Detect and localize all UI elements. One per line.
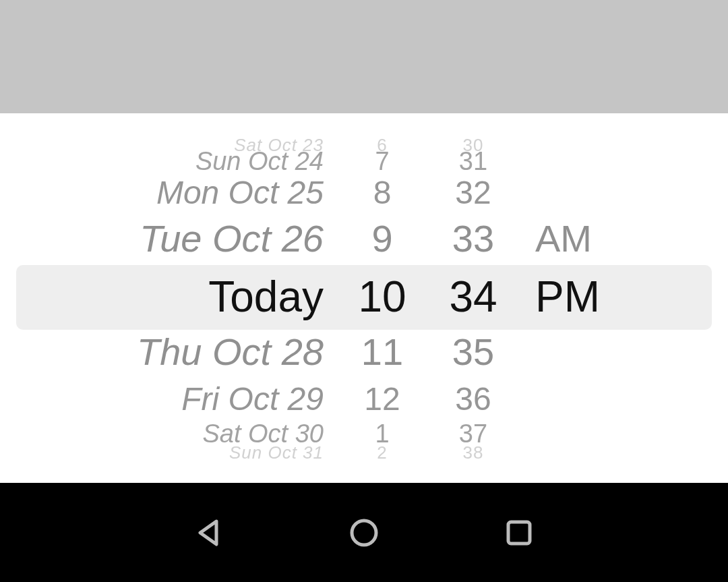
hour-option-selected[interactable]: 10 (338, 275, 426, 318)
home-circle-icon (348, 517, 380, 548)
minute-option[interactable]: 32 (426, 177, 520, 209)
svg-rect-1 (508, 522, 530, 544)
svg-point-0 (352, 521, 376, 545)
top-empty-area (0, 0, 728, 113)
minute-option[interactable]: 33 (426, 220, 520, 258)
hour-option[interactable]: 2 (338, 444, 426, 461)
datetime-picker: Sat Oct 23 Sun Oct 24 Mon Oct 25 Tue Oct… (0, 113, 728, 483)
back-triangle-icon (193, 517, 224, 548)
back-button[interactable] (189, 513, 229, 553)
minute-option[interactable]: 35 (426, 333, 520, 371)
date-option[interactable]: Tue Oct 26 (0, 220, 338, 258)
hour-option[interactable]: 9 (338, 220, 426, 258)
hour-wheel[interactable]: 6 7 8 9 10 11 12 1 2 (338, 113, 426, 483)
ampm-option-selected[interactable]: PM (520, 275, 723, 318)
minute-option-selected[interactable]: 34 (426, 275, 520, 318)
recents-button[interactable] (499, 513, 539, 553)
ampm-wheel[interactable]: AM PM (520, 113, 723, 483)
date-option[interactable]: Sun Oct 31 (0, 444, 338, 461)
android-navbar (0, 483, 728, 582)
minute-option[interactable]: 31 (426, 148, 520, 174)
hour-option[interactable]: 12 (338, 383, 426, 415)
minute-option[interactable]: 38 (426, 444, 520, 461)
minute-option[interactable]: 36 (426, 383, 520, 415)
date-option[interactable]: Fri Oct 29 (0, 383, 338, 415)
date-wheel[interactable]: Sat Oct 23 Sun Oct 24 Mon Oct 25 Tue Oct… (0, 113, 338, 483)
hour-option[interactable]: 11 (338, 333, 426, 371)
date-option[interactable]: Sun Oct 24 (0, 148, 338, 174)
date-option[interactable]: Thu Oct 28 (0, 333, 338, 371)
minute-wheel[interactable]: 30 31 32 33 34 35 36 37 38 (426, 113, 520, 483)
recents-square-icon (504, 517, 535, 548)
date-option[interactable]: Mon Oct 25 (0, 177, 338, 209)
hour-option[interactable]: 7 (338, 148, 426, 174)
date-option-selected[interactable]: Today (0, 275, 338, 318)
ampm-option[interactable]: AM (520, 220, 723, 258)
hour-option[interactable]: 8 (338, 177, 426, 209)
home-button[interactable] (344, 513, 384, 553)
